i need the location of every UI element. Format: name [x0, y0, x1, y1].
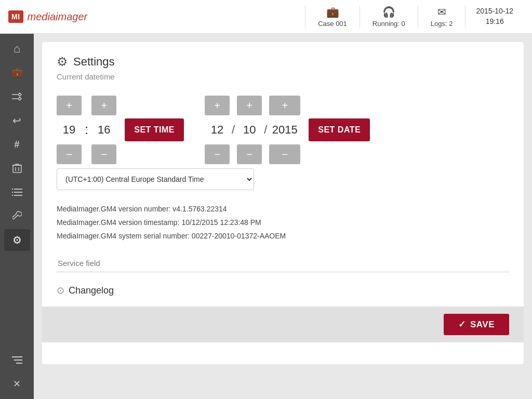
changelog-expand-icon: ⊙ [57, 285, 64, 296]
timezone-select[interactable]: (UTC+1:00) Central Europe Standard Time … [57, 168, 254, 190]
version-number-line: MediaImager.GM4 version number: v4.1.576… [57, 205, 509, 213]
settings-heading: Settings [73, 55, 115, 69]
case-icon: 💼 [326, 6, 339, 18]
minutes-increment-btn[interactable]: + [91, 96, 116, 115]
logo: mi mediaimager [8, 10, 87, 23]
sidebar-item-briefcase[interactable]: 💼 [4, 62, 30, 84]
running-icon: 🎧 [382, 6, 395, 18]
month-value: 10 [237, 118, 262, 141]
hours-increment-btn[interactable]: + [57, 96, 82, 115]
save-checkmark-icon: ✓ [458, 319, 466, 330]
header-nav: 💼 Case 001 🎧 Running: 0 ✉ Logs: 2 [305, 6, 466, 28]
service-field-input[interactable] [57, 255, 509, 272]
settings-card: ⚙ Settings Current datetime + 19 − : + 1… [42, 42, 524, 364]
nav-case-label: Case 001 [318, 20, 347, 28]
logo-text: mediaimager [28, 11, 88, 23]
logo-text-media: media [28, 11, 56, 22]
date-sep-1: / [230, 123, 237, 137]
sidebar-item-lines[interactable] [4, 349, 30, 371]
sidebar-item-settings[interactable]: ⚙ [4, 229, 30, 251]
day-spinner: + 12 − [205, 96, 230, 164]
month-spinner: + 10 − [237, 96, 262, 164]
sidebar-item-trash[interactable] [4, 157, 30, 179]
time-colon: : [82, 122, 91, 139]
nav-logs[interactable]: ✉ Logs: 2 [418, 6, 466, 28]
day-decrement-btn[interactable]: − [205, 144, 230, 164]
hours-spinner: + 19 − [57, 96, 82, 164]
save-label: SAVE [470, 320, 495, 330]
svg-point-7 [12, 192, 13, 193]
sidebar-item-list[interactable] [4, 181, 30, 203]
nav-running-label: Running: 0 [373, 20, 405, 28]
set-date-button[interactable]: SET DATE [309, 118, 370, 141]
logo-text-imager: imager [56, 11, 87, 22]
serial-number-line: MediaImager.GM4 system serial number: 00… [57, 232, 509, 240]
hours-decrement-btn[interactable]: − [57, 144, 82, 164]
header-date: 2015-10-12 [476, 6, 513, 17]
sidebar-item-wrench[interactable] [4, 205, 30, 227]
header: mi mediaimager 💼 Case 001 🎧 Running: 0 ✉… [0, 0, 532, 34]
sidebar-item-close[interactable]: ✕ [4, 373, 30, 395]
card-footer: ✓ SAVE [42, 307, 524, 342]
minutes-spinner: + 16 − [91, 96, 116, 164]
sidebar: ⌂ 💼 ↩ # ⚙ ✕ [0, 34, 34, 399]
logo-box: mi [8, 10, 23, 23]
year-spinner: + 2015 − [269, 96, 300, 164]
svg-point-6 [12, 189, 13, 190]
changelog-section[interactable]: ⊙ Changelog [57, 285, 509, 296]
month-increment-btn[interactable]: + [237, 96, 262, 115]
year-increment-btn[interactable]: + [269, 96, 300, 115]
changelog-label: Changelog [69, 285, 114, 296]
year-value: 2015 [269, 118, 300, 141]
nav-running[interactable]: 🎧 Running: 0 [360, 6, 418, 28]
date-sep-2: / [262, 123, 269, 137]
sidebar-item-home[interactable]: ⌂ [4, 38, 30, 60]
save-button[interactable]: ✓ SAVE [444, 314, 509, 335]
hours-value: 19 [57, 118, 82, 141]
year-decrement-btn[interactable]: − [269, 144, 300, 164]
nav-logs-label: Logs: 2 [431, 20, 453, 28]
day-value: 12 [205, 118, 230, 141]
minutes-value: 16 [91, 118, 116, 141]
main-content: ⚙ Settings Current datetime + 19 − : + 1… [34, 34, 532, 399]
version-timestamp-line: MediaImager.GM4 version timestamp: 10/12… [57, 218, 509, 227]
settings-subtitle: Current datetime [57, 72, 509, 81]
svg-rect-0 [13, 165, 21, 172]
sidebar-item-shuffle[interactable] [4, 86, 30, 108]
nav-case[interactable]: 💼 Case 001 [305, 6, 360, 28]
month-decrement-btn[interactable]: − [237, 144, 262, 164]
header-time: 19:16 [476, 17, 513, 27]
sidebar-item-undo[interactable]: ↩ [4, 110, 30, 131]
logs-icon: ✉ [437, 6, 446, 18]
day-increment-btn[interactable]: + [205, 96, 230, 115]
header-datetime: 2015-10-12 19:16 [466, 6, 524, 26]
minutes-decrement-btn[interactable]: − [91, 144, 116, 164]
set-time-button[interactable]: SET TIME [125, 118, 184, 141]
settings-gear-icon: ⚙ [57, 55, 68, 69]
sidebar-item-hash[interactable]: # [4, 134, 30, 155]
svg-point-8 [12, 195, 13, 196]
settings-title-row: ⚙ Settings [57, 55, 509, 69]
